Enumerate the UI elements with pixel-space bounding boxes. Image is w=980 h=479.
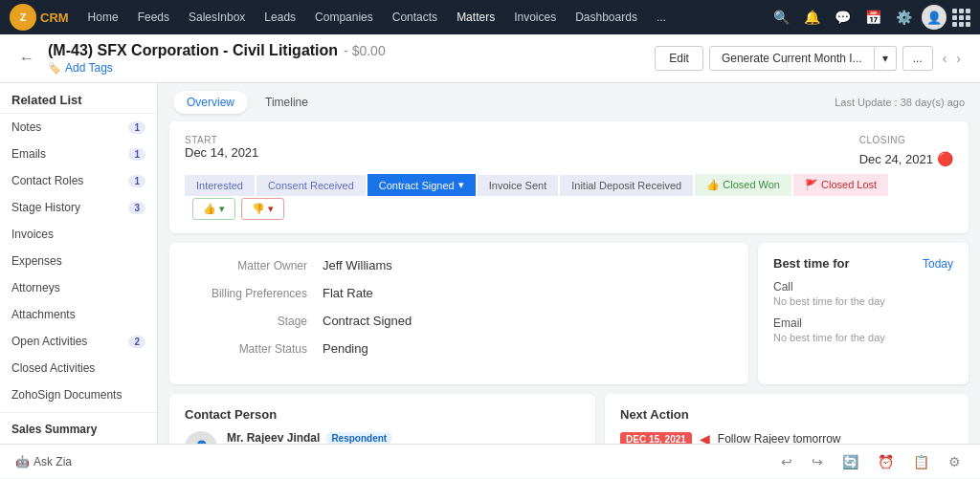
stage-action-buttons: 👍 ▾ 👎 ▾ xyxy=(192,198,284,220)
generate-button[interactable]: Generate Current Month I... xyxy=(709,46,875,71)
logo-text: CRM xyxy=(40,11,69,25)
nav-companies[interactable]: Companies xyxy=(307,7,381,28)
nav-arrows: ‹ › xyxy=(939,49,965,68)
best-time-today-button[interactable]: Today xyxy=(923,257,953,271)
main-content: Overview Timeline Last Update : 38 day(s… xyxy=(158,83,980,444)
page-title: (M-43) SFX Corporation - Civil Litigatio… xyxy=(48,42,338,59)
matter-owner-field: Matter Owner Jeff Williams xyxy=(189,258,729,272)
sidebar-item-contact-roles[interactable]: Contact Roles 1 xyxy=(0,167,157,194)
settings-icon[interactable]: ⚙️ xyxy=(891,5,916,30)
next-action-card: Next Action DEC 15, 2021 ◀ Follow Rajeev… xyxy=(605,394,969,444)
contact-info: Mr. Rajeev Jindal Respondent at SFX Corp… xyxy=(227,431,392,444)
matter-status-field: Matter Status Pending xyxy=(189,341,729,356)
sidebar-section-title: Related List xyxy=(0,83,157,114)
best-time-call: Call No best time for the day xyxy=(773,280,953,307)
ask-zia-button[interactable]: 🤖 Ask Zia xyxy=(15,455,72,468)
edit-button[interactable]: Edit xyxy=(655,46,703,71)
nav-feeds[interactable]: Feeds xyxy=(130,7,177,28)
top-navigation: Z CRM Home Feeds SalesInbox Leads Compan… xyxy=(0,0,980,34)
nav-salesinbox[interactable]: SalesInbox xyxy=(181,7,253,28)
bottom-icon-1[interactable]: ↩ xyxy=(777,450,796,473)
sidebar-item-expenses[interactable]: Expenses xyxy=(0,248,157,274)
nav-invoices[interactable]: Invoices xyxy=(506,7,564,28)
next-record-button[interactable]: › xyxy=(952,49,965,68)
more-options-button[interactable]: ... xyxy=(902,46,933,71)
details-row: Matter Owner Jeff Williams Billing Prefe… xyxy=(169,243,969,384)
bottom-icon-2[interactable]: ↪ xyxy=(808,450,827,473)
tab-overview[interactable]: Overview xyxy=(173,91,248,114)
sidebar-item-notes[interactable]: Notes 1 xyxy=(0,114,157,141)
next-action-item-1: DEC 15, 2021 ◀ Follow Rajeev tomorrow xyxy=(620,431,953,444)
tag-icon: 🏷️ xyxy=(48,62,61,75)
sidebar-item-invoices[interactable]: Invoices xyxy=(0,221,157,248)
best-time-title: Best time for xyxy=(773,256,849,271)
contact-person: 👤 Mr. Rajeev Jindal Respondent at SFX Co… xyxy=(185,431,580,444)
bottom-icon-4[interactable]: ⏰ xyxy=(874,450,898,473)
sidebar-item-attachments[interactable]: Attachments xyxy=(0,301,157,328)
stage-step-invoice[interactable]: Invoice Sent xyxy=(478,175,559,196)
thumbs-up-button[interactable]: 👍 ▾ xyxy=(192,198,235,220)
contact-next-action-row: Contact Person 👤 Mr. Rajeev Jindal Respo… xyxy=(169,394,969,444)
nav-leads[interactable]: Leads xyxy=(256,7,303,28)
nav-matters[interactable]: Matters xyxy=(449,7,502,28)
bottom-icon-3[interactable]: 🔄 xyxy=(838,450,862,473)
stage-step-won[interactable]: 👍 Closed Won xyxy=(695,174,791,196)
sidebar-item-zohosign[interactable]: ZohoSign Documents xyxy=(0,381,157,408)
next-action-date-1: DEC 15, 2021 xyxy=(620,432,692,445)
bell-icon[interactable]: 🔔 xyxy=(799,5,824,30)
nav-dashboards[interactable]: Dashboards xyxy=(568,7,645,28)
nav-icon-group: 🔍 🔔 💬 📅 ⚙️ 👤 xyxy=(768,5,970,30)
generate-dropdown-button[interactable]: ▾ xyxy=(875,46,897,71)
add-tags-button[interactable]: 🏷️ Add Tags xyxy=(48,61,386,75)
stage-step-contract[interactable]: Contract Signed ▾ xyxy=(368,174,476,196)
contact-person-card: Contact Person 👤 Mr. Rajeev Jindal Respo… xyxy=(169,394,595,444)
sidebar: Related List Notes 1 Emails 1 Contact Ro… xyxy=(0,83,158,444)
thumbs-down-button[interactable]: 👎 ▾ xyxy=(241,198,284,220)
next-action-arrow-1: ◀ xyxy=(700,431,710,444)
sidebar-item-open-activities[interactable]: Open Activities 2 xyxy=(0,328,157,355)
user-avatar[interactable]: 👤 xyxy=(922,5,947,30)
stage-step-deposit[interactable]: Initial Deposit Received xyxy=(560,175,693,196)
stage-card: START Dec 14, 2021 CLOSING Dec 24, 2021 … xyxy=(169,121,969,233)
stage-dates: START Dec 14, 2021 CLOSING Dec 24, 2021 … xyxy=(185,135,953,166)
stage-step-lost[interactable]: 🚩 Closed Lost xyxy=(793,174,888,196)
sidebar-item-emails[interactable]: Emails 1 xyxy=(0,141,157,167)
add-tags-label: Add Tags xyxy=(65,61,113,75)
next-action-title: Next Action xyxy=(620,407,953,422)
chat-icon[interactable]: 💬 xyxy=(830,5,855,30)
zia-icon: 🤖 xyxy=(15,455,30,468)
lead-conversion-stat: Lead Conversion Time: NA xyxy=(0,442,157,444)
logo-icon: Z xyxy=(10,4,36,31)
search-icon[interactable]: 🔍 xyxy=(768,5,793,30)
contact-role-badge: Respondent xyxy=(325,432,392,445)
sub-header: ← (M-43) SFX Corporation - Civil Litigat… xyxy=(0,34,980,83)
stage-step-interested[interactable]: Interested xyxy=(185,175,255,196)
sidebar-item-attorneys[interactable]: Attorneys xyxy=(0,274,157,301)
nav-home[interactable]: Home xyxy=(80,7,126,28)
back-button[interactable]: ← xyxy=(15,46,38,71)
bottom-icon-6[interactable]: ⚙ xyxy=(945,450,965,473)
best-time-email: Email No best time for the day xyxy=(773,316,953,343)
contact-avatar: 👤 xyxy=(185,431,217,444)
contact-name: Mr. Rajeev Jindal Respondent xyxy=(227,431,392,444)
tab-timeline[interactable]: Timeline xyxy=(252,91,322,114)
generate-button-group: Generate Current Month I... ▾ xyxy=(709,46,897,71)
nav-contacts[interactable]: Contacts xyxy=(385,7,445,28)
apps-grid-icon[interactable] xyxy=(952,9,970,27)
last-update-label: Last Update : 38 day(s) ago xyxy=(835,97,965,108)
nav-more[interactable]: ... xyxy=(649,7,674,28)
details-main-card: Matter Owner Jeff Williams Billing Prefe… xyxy=(169,243,748,384)
stage-step-consent[interactable]: Consent Received xyxy=(256,175,366,196)
prev-record-button[interactable]: ‹ xyxy=(939,49,951,68)
tabs-bar: Overview Timeline Last Update : 38 day(s… xyxy=(158,83,980,121)
bottom-icon-5[interactable]: 📋 xyxy=(909,450,933,473)
sidebar-item-stage-history[interactable]: Stage History 3 xyxy=(0,194,157,221)
sidebar-item-closed-activities[interactable]: Closed Activities xyxy=(0,355,157,381)
sales-summary-title: Sales Summary xyxy=(0,412,157,442)
calendar-icon[interactable]: 📅 xyxy=(860,5,885,30)
tabs: Overview Timeline xyxy=(173,91,322,114)
start-date: Dec 14, 2021 xyxy=(185,145,258,160)
next-action-text-1: Follow Rajeev tomorrow xyxy=(718,432,841,444)
closing-label: CLOSING xyxy=(859,135,906,145)
app-logo[interactable]: Z CRM xyxy=(10,4,69,31)
